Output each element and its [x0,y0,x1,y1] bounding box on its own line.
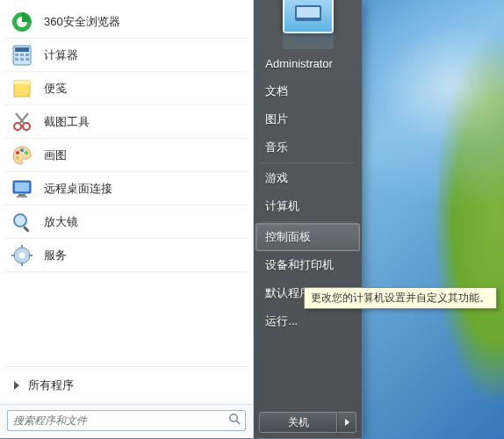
svg-rect-33 [297,7,320,18]
divider [5,366,248,367]
svg-rect-4 [15,54,18,56]
svg-rect-18 [15,183,29,191]
start-menu-right: Administrator 文档 图片 音乐 游戏 计算机 控制面板 [254,0,362,438]
tooltip: 更改您的计算机设置并自定义其功能。 [304,287,497,309]
chevron-right-icon [14,381,19,390]
svg-rect-20 [17,196,27,198]
right-item-run[interactable]: 运行... [256,307,360,335]
svg-rect-22 [23,226,30,233]
calculator-icon [9,42,35,68]
shutdown-label: 关机 [288,416,309,428]
program-label: 截图工具 [44,114,90,130]
program-item-360browser[interactable]: 360安全浏览器 [4,5,249,39]
right-item-label: 游戏 [265,170,288,186]
divider [261,162,355,163]
program-item-services[interactable]: 服务 [4,239,249,272]
program-item-rdp[interactable]: 远程桌面连接 [4,172,249,205]
right-item-pictures[interactable]: 图片 [256,105,360,133]
svg-rect-7 [15,58,18,61]
remote-desktop-icon [9,176,35,202]
right-item-games[interactable]: 游戏 [256,164,360,192]
right-item-documents[interactable]: 文档 [256,77,360,105]
svg-rect-26 [21,263,23,266]
right-item-label: 文档 [265,83,288,99]
chevron-right-icon [345,419,349,426]
scissors-icon [9,109,35,135]
svg-point-13 [16,151,19,155]
right-item-music[interactable]: 音乐 [256,133,360,162]
program-label: 放大镜 [44,214,78,230]
gear-icon [9,242,35,269]
svg-point-14 [20,148,24,152]
svg-point-24 [19,252,25,258]
search-row [0,404,253,438]
shutdown-button[interactable]: 关机 [259,412,337,433]
program-label: 计算器 [44,47,78,63]
right-item-label: 控制面板 [265,229,311,245]
program-list: 360安全浏览器 计算器 便笺 截图工具 [0,0,253,364]
all-programs-button[interactable]: 所有程序 [5,372,248,399]
right-item-computer[interactable]: 计算机 [256,192,360,220]
svg-rect-25 [21,245,23,248]
user-name-label: Administrator [265,57,333,70]
program-label: 远程桌面连接 [44,181,112,197]
program-item-calculator[interactable]: 计算器 [4,39,249,72]
program-label: 服务 [44,248,67,263]
right-item-label: 图片 [265,112,288,127]
program-label: 便笺 [44,81,67,97]
right-item-devices[interactable]: 设备和打印机 [256,251,360,279]
magnifier-icon [9,209,35,235]
all-programs-label: 所有程序 [28,378,74,393]
program-label: 画图 [44,148,67,163]
svg-point-15 [25,151,28,155]
palette-icon [9,142,35,169]
divider [261,221,355,222]
svg-rect-27 [11,255,15,256]
svg-rect-28 [29,255,32,256]
right-item-label: 计算机 [265,198,299,214]
browser-icon [9,9,35,35]
svg-rect-19 [18,194,25,196]
svg-rect-6 [25,54,29,56]
right-item-label: 音乐 [265,140,288,155]
right-item-label: 运行... [265,313,298,329]
start-menu: 360安全浏览器 计算器 便笺 截图工具 [0,0,363,439]
svg-point-21 [14,214,26,227]
program-item-magnifier[interactable]: 放大镜 [4,205,249,239]
svg-rect-9 [25,58,29,61]
user-name-item[interactable]: Administrator [256,49,360,77]
program-item-paint[interactable]: 画图 [4,139,249,172]
shutdown-options-button[interactable] [337,412,356,433]
program-item-stickynotes[interactable]: 便笺 [4,72,249,105]
right-item-label: 设备和打印机 [265,257,334,273]
svg-rect-5 [20,54,24,56]
tooltip-text: 更改您的计算机设置并自定义其功能。 [311,291,490,304]
right-item-control-panel[interactable]: 控制面板 [256,223,360,251]
user-avatar[interactable] [283,0,334,33]
svg-point-16 [16,156,19,160]
program-item-snipping[interactable]: 截图工具 [4,105,249,139]
svg-rect-3 [15,47,29,52]
sticky-notes-icon [9,76,35,102]
search-input[interactable] [7,410,246,431]
svg-rect-8 [20,58,24,61]
start-menu-left: 360安全浏览器 计算器 便笺 截图工具 [0,0,254,438]
program-label: 360安全浏览器 [44,14,120,30]
shutdown-row: 关机 [254,408,362,438]
right-list: Administrator 文档 图片 音乐 游戏 计算机 控制面板 [254,49,362,408]
